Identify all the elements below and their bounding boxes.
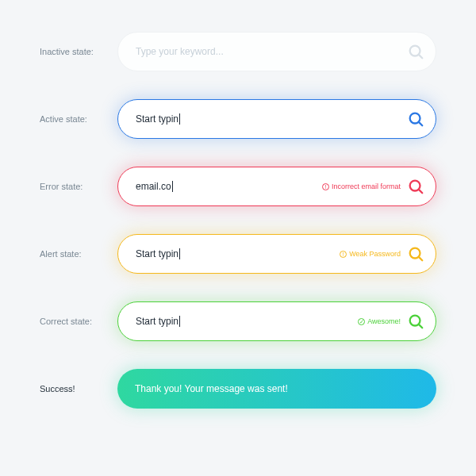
svg-line-9 <box>419 324 422 328</box>
input-value: email.co <box>136 181 322 192</box>
svg-line-7 <box>419 257 422 260</box>
input-active[interactable]: Start typin <box>117 99 436 139</box>
search-icon[interactable] <box>407 313 424 330</box>
input-value: Start typin <box>136 316 358 327</box>
alert-icon: ! <box>340 251 347 258</box>
row-active: Active state: Start typin <box>40 99 436 139</box>
label-inactive: Inactive state: <box>40 47 117 56</box>
svg-line-5 <box>419 190 422 193</box>
search-icon[interactable] <box>407 110 424 128</box>
row-correct: Correct state: Start typin ✓ Awesome! <box>40 301 436 341</box>
check-icon: ✓ <box>358 318 365 325</box>
label-error: Error state: <box>40 182 117 191</box>
input-error[interactable]: email.co ! Incorrect email format <box>117 167 436 206</box>
input-value: Start typin <box>136 248 340 259</box>
error-message: ! Incorrect email format <box>322 182 401 190</box>
label-alert: Alert state: <box>40 249 117 259</box>
input-placeholder: Type your keyword... <box>136 46 407 57</box>
row-success: Success! Thank you! Your message was sen… <box>40 369 436 409</box>
input-value: Start typin <box>136 113 407 125</box>
success-bar: Thank you! Your message was sent! <box>117 369 436 409</box>
row-inactive: Inactive state: Type your keyword... <box>40 32 436 71</box>
input-correct[interactable]: Start typin ✓ Awesome! <box>117 301 436 341</box>
row-error: Error state: email.co ! Incorrect email … <box>40 167 436 206</box>
label-correct: Correct state: <box>40 317 117 326</box>
label-success: Success! <box>40 384 117 393</box>
label-active: Active state: <box>40 114 117 124</box>
search-icon[interactable] <box>407 245 424 263</box>
row-alert: Alert state: Start typin ! Weak Password <box>40 234 436 274</box>
search-icon[interactable] <box>407 178 424 195</box>
alert-message: ! Weak Password <box>340 250 401 258</box>
correct-message: ✓ Awesome! <box>358 317 401 325</box>
input-alert[interactable]: Start typin ! Weak Password <box>117 234 436 274</box>
input-inactive[interactable]: Type your keyword... <box>117 32 436 71</box>
search-icon[interactable] <box>407 43 424 60</box>
success-text: Thank you! Your message was sent! <box>135 383 425 394</box>
svg-line-3 <box>419 122 422 125</box>
error-icon: ! <box>322 183 329 190</box>
svg-line-1 <box>419 55 422 58</box>
